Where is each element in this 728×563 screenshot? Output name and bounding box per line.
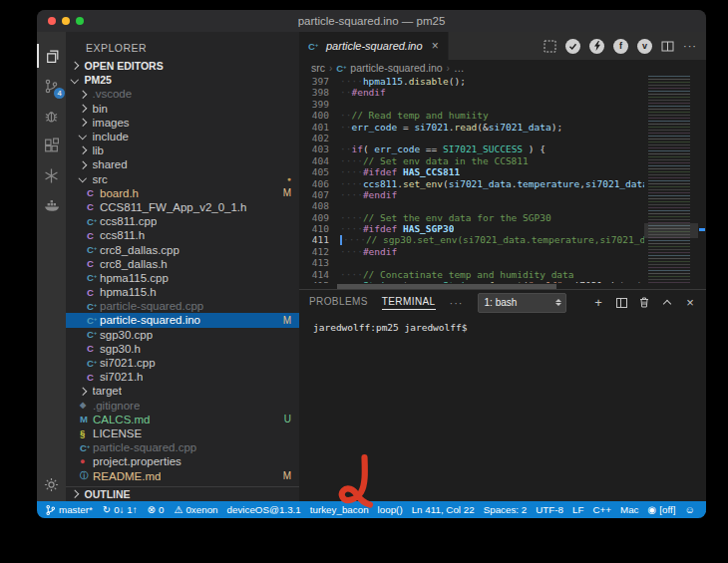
- status-item-encoding[interactable]: UTF-8: [536, 504, 563, 515]
- kill-terminal-trash-icon[interactable]: [638, 297, 650, 309]
- flash-lightning-icon[interactable]: [589, 39, 604, 54]
- tree-item-target[interactable]: target: [66, 384, 299, 398]
- minimap[interactable]: [644, 76, 698, 283]
- code-line-410[interactable]: 410····#ifdef HAS_SGP30: [299, 223, 644, 234]
- tab-problems[interactable]: PROBLEMS: [309, 296, 368, 309]
- tree-item-particle-squared-cpp[interactable]: C+particle-squared.cpp: [66, 440, 299, 454]
- tab-terminal[interactable]: TERMINAL: [382, 296, 436, 310]
- code-line-414[interactable]: 414····// Concatinate temp and humidity …: [299, 269, 644, 280]
- terminal-shell-select[interactable]: 1: bash: [478, 293, 566, 313]
- code-line-397[interactable]: 397····hpma115.disable();: [299, 76, 644, 87]
- tree-item-hpma115-h[interactable]: Chpma115.h: [66, 285, 299, 299]
- code-line-412[interactable]: 412····#endif: [299, 246, 644, 257]
- status-item-git-branch[interactable]: master*: [45, 504, 93, 516]
- status-item-eol[interactable]: LF: [572, 504, 583, 515]
- breadcrumb-file[interactable]: particle-squared.ino: [350, 62, 442, 74]
- select-region-icon[interactable]: [544, 40, 556, 53]
- code-line-407[interactable]: 407····#endif: [299, 189, 644, 200]
- status-item-language[interactable]: C++: [592, 504, 611, 515]
- minimap-slider[interactable]: [644, 223, 698, 238]
- breadcrumb-more[interactable]: …: [454, 62, 465, 74]
- code-editor[interactable]: 397····hpma115.disable();398··#endif3994…: [299, 76, 706, 283]
- project-root-section[interactable]: PM25: [66, 73, 299, 87]
- tree-item-si7021-cpp[interactable]: C+si7021.cpp: [66, 356, 299, 370]
- breadcrumb-dir[interactable]: src: [311, 62, 325, 74]
- code-line-406[interactable]: 406····ccs811.set_env(si7021_data.temper…: [299, 178, 644, 189]
- tree-item-bin[interactable]: bin: [66, 102, 299, 116]
- tree-item-shared[interactable]: shared: [66, 157, 299, 171]
- close-window-button[interactable]: [48, 17, 56, 25]
- tree-item-license[interactable]: §LICENSE: [66, 426, 299, 440]
- tree-item-sgp30-cpp[interactable]: C+sgp30.cpp: [66, 328, 299, 342]
- status-item-device-os[interactable]: deviceOS@1.3.1: [227, 504, 301, 515]
- tree-item-crc8-dallas-h[interactable]: Ccrc8_dallas.h: [66, 257, 299, 271]
- code-line-399[interactable]: 399: [299, 99, 644, 110]
- tree-item--vscode[interactable]: .vscode: [66, 87, 299, 101]
- extensions-icon[interactable]: [37, 134, 66, 157]
- panel-more-icon[interactable]: ···: [450, 297, 464, 309]
- zoom-window-button[interactable]: [76, 17, 84, 25]
- explorer-icon[interactable]: [37, 44, 66, 68]
- particle-extension-icon[interactable]: [37, 163, 66, 187]
- docker-icon[interactable]: [37, 193, 66, 217]
- minimize-window-button[interactable]: [62, 17, 70, 25]
- code-line-413[interactable]: 413: [299, 257, 644, 268]
- status-item-platform[interactable]: Mac: [620, 504, 639, 515]
- code-line-411[interactable]: 411····// sgp30.set_env(si7021_data.temp…: [299, 234, 644, 245]
- code-line-404[interactable]: 404····// Set env data in the CCS811: [299, 155, 644, 166]
- status-item-device-name[interactable]: turkey_bacon: [310, 504, 369, 515]
- tree-item-images[interactable]: images: [66, 116, 299, 130]
- tree-item-hpma115-cpp[interactable]: C+hpma115.cpp: [66, 271, 299, 285]
- new-terminal-icon[interactable]: +: [592, 297, 604, 309]
- close-tab-icon[interactable]: ×: [432, 40, 439, 52]
- tree-item-particle-squared-cpp[interactable]: C+particle-squared.cpp: [66, 299, 299, 313]
- breadcrumb[interactable]: src › C+ particle-squared.ino › …: [299, 60, 706, 76]
- source-control-icon[interactable]: 4: [37, 74, 66, 98]
- code-line-401[interactable]: 401··err_code = si7021.read(&si7021_data…: [299, 122, 644, 133]
- f-circle-icon[interactable]: f: [613, 39, 628, 54]
- code-line-402[interactable]: 402: [299, 133, 644, 143]
- tree-item-board-h[interactable]: Cboard.hM: [66, 186, 299, 200]
- horizontal-scrollbar[interactable]: [299, 283, 706, 289]
- tab-particle-squared-ino[interactable]: C+ particle-squared.ino ×: [299, 32, 449, 60]
- terminal-output[interactable]: jaredwolff:pm25 jaredwolff$: [299, 315, 706, 501]
- tree-item-ccs811-cpp[interactable]: C+ccs811.cpp: [66, 214, 299, 228]
- tree-item-src[interactable]: src●: [66, 172, 299, 186]
- split-terminal-icon[interactable]: [615, 297, 627, 309]
- status-item-screencast-mode[interactable]: ◉[off]: [648, 504, 676, 515]
- code-line-400[interactable]: 400··// Read temp and humiity: [299, 110, 644, 121]
- code-line-409[interactable]: 409····// Set the env data for the SGP30: [299, 212, 644, 223]
- tree-item-ccs811-fw-app-v2-0-1-h[interactable]: CCCS811_FW_App_v2_0_1.h: [66, 200, 299, 214]
- status-item-feedback[interactable]: ☺: [684, 505, 694, 515]
- tree-item-crc8-dallas-cpp[interactable]: C+crc8_dallas.cpp: [66, 242, 299, 256]
- tree-item-calcs-md[interactable]: MCALCS.mdU: [66, 413, 299, 426]
- v-circle-icon[interactable]: v: [637, 39, 652, 54]
- status-item-cursor-position[interactable]: Ln 411, Col 22: [412, 504, 475, 515]
- maximize-panel-chevron-icon[interactable]: [661, 297, 673, 309]
- code-line-408[interactable]: 408: [299, 200, 644, 211]
- code-line-403[interactable]: 403··if( err_code == SI7021_SUCCESS ) {: [299, 143, 644, 154]
- tree-item-lib[interactable]: lib: [66, 143, 299, 157]
- status-item-notifications[interactable]: [704, 504, 706, 515]
- tree-item-sgp30-h[interactable]: Csgp30.h: [66, 342, 299, 356]
- tree-item-readme-md[interactable]: ⓘREADME.mdM: [66, 468, 299, 482]
- status-item-warnings[interactable]: ⚠0: [174, 504, 190, 515]
- code-line-405[interactable]: 405····#ifdef HAS_CCS811: [299, 166, 644, 177]
- scrollbar-thumb[interactable]: [337, 284, 556, 289]
- more-actions-icon[interactable]: ···: [683, 40, 697, 52]
- tree-item-si7021-h[interactable]: Csi7021.h: [66, 370, 299, 384]
- open-editors-section[interactable]: OPEN EDITORS: [66, 59, 299, 73]
- tree-item--gitignore[interactable]: ◆.gitignore: [66, 399, 299, 413]
- tree-item-include[interactable]: include: [66, 130, 299, 143]
- tree-item-project-properties[interactable]: ●project.properties: [66, 454, 299, 468]
- tree-item-ccs811-h[interactable]: Cccs811.h: [66, 228, 299, 242]
- close-panel-icon[interactable]: ×: [684, 297, 696, 309]
- compile-check-icon[interactable]: [565, 39, 580, 54]
- status-item-indentation[interactable]: Spaces: 2: [484, 504, 528, 515]
- status-item-errors[interactable]: ⊗0: [148, 504, 165, 515]
- tree-item-particle-squared-ino[interactable]: C+particle-squared.inoM: [66, 313, 299, 327]
- status-item-sync[interactable]: ↻0↓ 1↑: [103, 504, 138, 515]
- split-editor-icon[interactable]: [661, 41, 674, 52]
- code-line-398[interactable]: 398··#endif: [299, 87, 644, 98]
- settings-gear-icon[interactable]: [37, 476, 66, 493]
